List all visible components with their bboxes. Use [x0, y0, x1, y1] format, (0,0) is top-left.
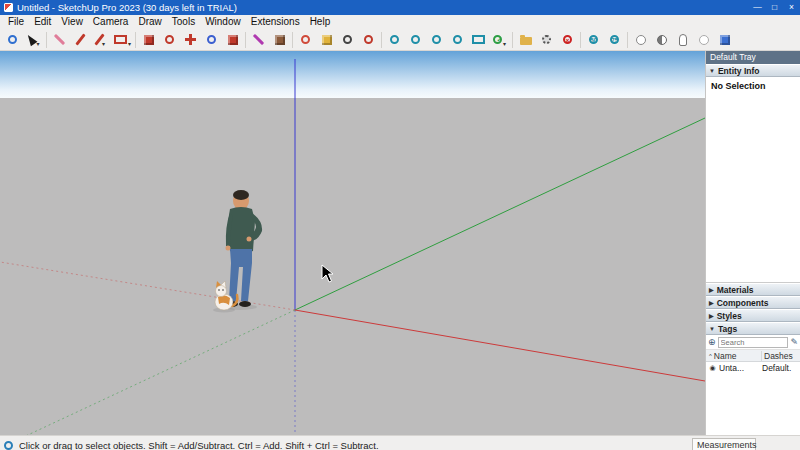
toolbar-separator	[245, 32, 246, 48]
menu-bar: File Edit View Camera Draw Tools Window …	[0, 15, 800, 29]
toolbar-separator	[46, 32, 47, 48]
section-components[interactable]: ▶ Components	[706, 296, 800, 309]
move-icon[interactable]	[180, 30, 201, 50]
section-entity-info[interactable]: ▼ Entity Info	[706, 64, 800, 77]
section-tags[interactable]: ▼ Tags	[706, 322, 800, 335]
section-materials[interactable]: ▶ Materials	[706, 283, 800, 296]
look-around-icon[interactable]	[426, 30, 447, 50]
default-tray: Default Tray ▼ Entity Info No Selection …	[705, 51, 800, 435]
tags-column-headers: ^ Name Dashes	[706, 350, 800, 362]
zoom-extents-icon[interactable]	[358, 30, 379, 50]
tape-measure-icon[interactable]	[248, 30, 269, 50]
section-label: Components	[717, 298, 769, 308]
status-hint-text: Click or drag to select objects. Shift =…	[19, 440, 686, 450]
pan-icon[interactable]	[316, 30, 337, 50]
modeling-viewport[interactable]	[0, 51, 705, 435]
geolocation-icon[interactable]	[4, 441, 13, 450]
eraser-icon[interactable]	[49, 30, 70, 50]
column-header-name[interactable]: ^ Name	[706, 351, 762, 361]
model-info-icon[interactable]: ×	[557, 30, 578, 50]
toolbar-separator	[512, 32, 513, 48]
scene-graphics	[0, 51, 705, 435]
shadows-icon[interactable]	[714, 30, 735, 50]
section-plane-icon[interactable]	[468, 30, 489, 50]
position-camera-icon[interactable]	[405, 30, 426, 50]
menu-item[interactable]: Draw	[133, 15, 166, 29]
toolbar-separator	[292, 32, 293, 48]
menu-item[interactable]: File	[3, 15, 29, 29]
column-header-dashes[interactable]: Dashes	[762, 351, 800, 361]
expand-arrow-icon: ▶	[709, 312, 714, 319]
drawing-axes	[0, 59, 705, 435]
open-file-icon[interactable]	[515, 30, 536, 50]
status-bar: Click or drag to select objects. Shift =…	[0, 435, 800, 450]
edit-tag-icon[interactable]: ✎	[790, 335, 798, 350]
minimize-button[interactable]: —	[749, 0, 766, 15]
tag-dashes: Default.	[762, 363, 800, 373]
dropdown-caret-icon: ▾	[102, 40, 105, 50]
visibility-eye-icon[interactable]: ◉	[706, 364, 719, 372]
tray-title[interactable]: Default Tray	[706, 51, 800, 64]
menu-item[interactable]: Extensions	[246, 15, 305, 29]
rotate-icon[interactable]	[201, 30, 222, 50]
style-textured-icon[interactable]	[672, 30, 693, 50]
menu-item[interactable]: Tools	[167, 15, 200, 29]
section-label: Styles	[717, 311, 742, 321]
style-monochrome-icon[interactable]	[693, 30, 714, 50]
toolbar-separator	[580, 32, 581, 48]
paint-bucket-icon[interactable]	[269, 30, 290, 50]
line-icon[interactable]	[70, 30, 91, 50]
close-button[interactable]: ×	[783, 0, 800, 15]
main-toolbar: ▾▾▾✓▾×5075	[0, 29, 800, 51]
style-hidden-line-icon[interactable]	[630, 30, 651, 50]
simplify-50-icon[interactable]: 50	[583, 30, 604, 50]
collapse-arrow-icon: ▼	[709, 326, 715, 332]
add-tag-icon[interactable]: ⊕	[708, 335, 716, 350]
menu-item[interactable]: View	[56, 15, 88, 29]
arc-icon[interactable]: ▾	[91, 30, 112, 50]
menu-item[interactable]: Edit	[29, 15, 56, 29]
previous-view-icon[interactable]	[384, 30, 405, 50]
sort-ascending-icon: ^	[709, 353, 712, 359]
menu-item[interactable]: Help	[305, 15, 336, 29]
menu-item[interactable]: Window	[200, 15, 246, 29]
expand-arrow-icon: ▶	[709, 299, 714, 306]
mouse-cursor-icon	[321, 264, 335, 284]
menu-item[interactable]: Camera	[88, 15, 134, 29]
window-title: Untitled - SketchUp Pro 2023 (30 days le…	[17, 2, 237, 13]
section-label: Materials	[717, 285, 754, 295]
no-selection-text: No Selection	[711, 81, 766, 91]
offset-icon[interactable]	[159, 30, 180, 50]
tags-list: ◉ Unta... Default.	[706, 362, 800, 374]
push-pull-icon[interactable]	[138, 30, 159, 50]
rectangle-icon[interactable]: ▾	[112, 30, 133, 50]
entity-info-panel: No Selection	[706, 77, 800, 283]
toolbar-separator	[135, 32, 136, 48]
select-icon[interactable]: ▾	[23, 30, 44, 50]
tags-search-box	[718, 337, 789, 348]
search-icon[interactable]	[2, 30, 23, 50]
maximize-button[interactable]: □	[766, 0, 783, 15]
section-styles[interactable]: ▶ Styles	[706, 309, 800, 322]
section-label: Entity Info	[718, 66, 760, 76]
zoom-icon[interactable]	[337, 30, 358, 50]
make-component-icon[interactable]: ✓▾	[489, 30, 510, 50]
main-area: Default Tray ▼ Entity Info No Selection …	[0, 51, 800, 435]
style-shaded-icon[interactable]	[651, 30, 672, 50]
collapse-arrow-icon: ▼	[709, 68, 715, 74]
walk-icon[interactable]	[447, 30, 468, 50]
dropdown-caret-icon: ▾	[128, 40, 131, 50]
collapsed-sections: ▶ Materials ▶ Components ▶ Styles	[706, 283, 800, 322]
toolbar-separator	[627, 32, 628, 48]
tags-empty-area	[706, 374, 800, 435]
orbit-icon[interactable]	[295, 30, 316, 50]
scale-icon[interactable]	[222, 30, 243, 50]
expand-arrow-icon: ▶	[709, 286, 714, 293]
tag-name: Unta...	[719, 363, 762, 373]
tag-row[interactable]: ◉ Unta... Default.	[706, 362, 800, 374]
measurements-box[interactable]: Measurements	[692, 438, 756, 450]
settings-icon[interactable]	[536, 30, 557, 50]
tags-toolbar: ⊕ ✎	[706, 335, 800, 350]
tags-search-input[interactable]	[719, 338, 788, 347]
simplify-75-icon[interactable]: 75	[604, 30, 625, 50]
